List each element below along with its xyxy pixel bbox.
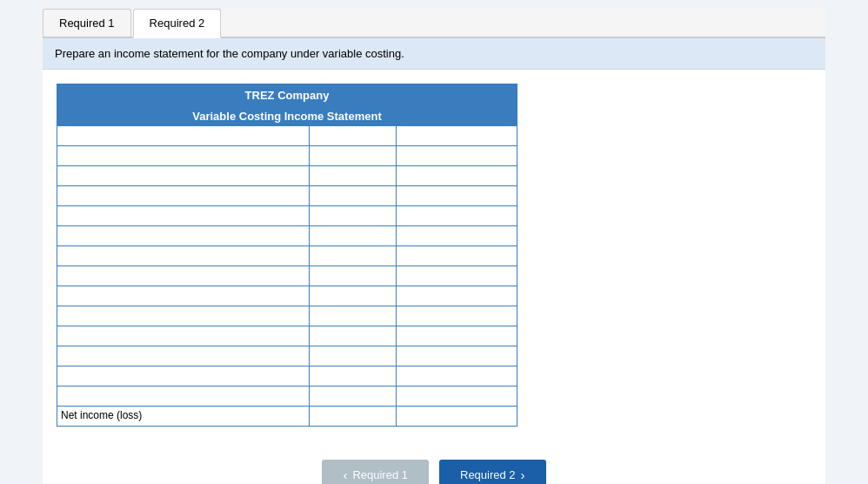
spacer-row-2 xyxy=(57,387,517,407)
net-income-input[interactable] xyxy=(313,409,392,421)
next-arrow-icon: › xyxy=(521,467,525,482)
table-row xyxy=(57,326,517,346)
tabs-container: Required 1 Required 2 xyxy=(43,9,825,38)
table-body: Net income (loss) xyxy=(57,126,517,426)
cell-right xyxy=(397,326,517,346)
cell-input[interactable] xyxy=(313,309,392,321)
cell-label xyxy=(57,126,310,145)
cell-right xyxy=(397,146,517,165)
cell-label xyxy=(57,246,310,266)
cell-label xyxy=(57,346,310,366)
cell-input[interactable] xyxy=(400,289,513,301)
income-statement-table: TREZ Company Variable Costing Income Sta… xyxy=(57,84,517,427)
bottom-navigation: ‹ Required 1 Required 2 › xyxy=(43,444,825,484)
tab-required2[interactable]: Required 2 xyxy=(133,9,222,38)
next-button[interactable]: Required 2 › xyxy=(439,460,546,484)
cell-mid xyxy=(310,146,397,165)
cell-label xyxy=(57,166,310,185)
cell-right xyxy=(397,126,517,145)
table-row xyxy=(57,346,517,366)
cell-mid xyxy=(310,306,397,326)
cell-input[interactable] xyxy=(400,129,513,141)
cell-input[interactable] xyxy=(313,149,392,161)
net-income-row: Net income (loss) xyxy=(57,407,517,426)
cell-right xyxy=(397,366,517,386)
table-row xyxy=(57,186,517,206)
cell-mid xyxy=(310,286,397,306)
table-row xyxy=(57,226,517,246)
table-title: TREZ Company xyxy=(57,84,517,106)
cell-input[interactable] xyxy=(61,169,305,181)
cell-label xyxy=(57,366,310,386)
table-row xyxy=(57,286,517,306)
cell-right xyxy=(397,226,517,245)
table-subtitle: Variable Costing Income Statement xyxy=(57,106,517,126)
cell-input[interactable] xyxy=(61,329,305,341)
cell-input[interactable] xyxy=(61,289,305,301)
cell-input[interactable] xyxy=(61,209,305,221)
cell-input[interactable] xyxy=(313,369,392,381)
cell-mid xyxy=(310,246,397,266)
cell-label xyxy=(57,326,310,346)
cell-input[interactable] xyxy=(61,349,305,361)
table-row xyxy=(57,166,517,186)
table-row xyxy=(57,146,517,166)
cell-input[interactable] xyxy=(61,309,305,321)
cell-input[interactable] xyxy=(313,189,392,201)
main-content: TREZ Company Variable Costing Income Sta… xyxy=(43,70,825,444)
cell-mid xyxy=(310,206,397,225)
prev-button[interactable]: ‹ Required 1 xyxy=(322,460,429,484)
cell-right xyxy=(397,286,517,306)
cell-mid xyxy=(310,186,397,205)
cell-input[interactable] xyxy=(61,189,305,201)
cell-label xyxy=(57,286,310,306)
table-row xyxy=(57,206,517,226)
cell-mid xyxy=(310,226,397,245)
cell-mid xyxy=(310,166,397,185)
cell-right xyxy=(397,246,517,266)
cell-input[interactable] xyxy=(313,229,392,241)
cell-mid xyxy=(310,366,397,386)
cell-input[interactable] xyxy=(61,229,305,241)
table-row xyxy=(57,126,517,146)
cell-right xyxy=(397,186,517,205)
cell-input[interactable] xyxy=(313,129,392,141)
table-row xyxy=(57,306,517,326)
instruction-bar: Prepare an income statement for the comp… xyxy=(43,38,825,70)
cell-input[interactable] xyxy=(313,349,392,361)
cell-right xyxy=(397,166,517,185)
cell-right xyxy=(397,206,517,225)
cell-input[interactable] xyxy=(61,149,305,161)
spacer-row xyxy=(57,266,517,286)
cell-label xyxy=(57,146,310,165)
cell-input[interactable] xyxy=(313,329,392,341)
table-row xyxy=(57,366,517,387)
cell-right xyxy=(397,306,517,326)
cell-input[interactable] xyxy=(61,369,305,381)
cell-right xyxy=(397,346,517,366)
cell-input[interactable] xyxy=(313,169,392,181)
table-row xyxy=(57,246,517,266)
cell-input[interactable] xyxy=(313,289,392,301)
cell-mid xyxy=(310,346,397,366)
cell-input[interactable] xyxy=(61,249,305,261)
cell-input[interactable] xyxy=(313,249,392,261)
net-income-right xyxy=(397,407,517,426)
cell-input[interactable] xyxy=(61,129,305,141)
net-income-mid xyxy=(310,407,397,426)
prev-arrow-icon: ‹ xyxy=(343,467,347,482)
net-income-label-cell: Net income (loss) xyxy=(57,407,310,426)
tab-required1[interactable]: Required 1 xyxy=(43,9,131,37)
cell-label xyxy=(57,186,310,205)
cell-label xyxy=(57,226,310,245)
cell-mid xyxy=(310,326,397,346)
cell-label xyxy=(57,206,310,225)
cell-input[interactable] xyxy=(313,209,392,221)
cell-label xyxy=(57,306,310,326)
cell-mid xyxy=(310,126,397,145)
